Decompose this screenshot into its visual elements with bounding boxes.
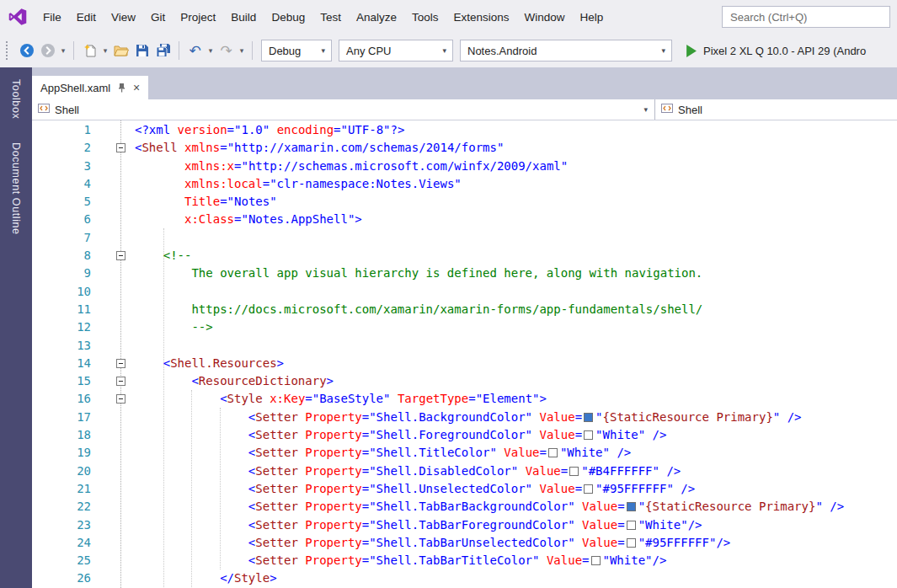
code-line[interactable]: 7 (32, 229, 897, 247)
menu-item-analyze[interactable]: Analyze (349, 8, 404, 27)
code-text[interactable] (135, 337, 897, 355)
code-text[interactable]: <Shell xmlns="http://xamarin.com/schemas… (135, 139, 897, 157)
code-text[interactable]: xmlns:x="http://schemas.microsoft.com/wi… (135, 158, 897, 175)
code-line[interactable]: 9 The overall app visual hierarchy is de… (32, 265, 897, 282)
toolbar-grip[interactable] (6, 41, 9, 60)
code-text[interactable]: <Style x:Key="BaseStyle" TargetType="Ele… (135, 390, 897, 408)
save-all-button[interactable] (152, 40, 174, 61)
navigate-forward-button[interactable] (37, 40, 58, 61)
redo-dropdown-arrow[interactable]: ▾ (237, 46, 247, 55)
code-line[interactable]: 23 <Setter Property="Shell.TabBarForegro… (32, 516, 897, 534)
code-line[interactable]: 10 (32, 283, 897, 301)
undo-button[interactable]: ↶ (184, 40, 206, 61)
code-line[interactable]: 8 <!-- (32, 247, 897, 265)
redo-button[interactable]: ↷ (216, 40, 237, 61)
fold-collapse-icon[interactable] (116, 394, 125, 404)
code-text[interactable]: <Setter Property="Shell.DisabledColor" V… (135, 462, 897, 480)
element-dropdown-right[interactable]: Shell (655, 99, 897, 120)
close-icon[interactable]: × (133, 82, 140, 94)
solution-platform-dropdown[interactable]: Any CPU ▾ (339, 40, 453, 61)
code-line[interactable]: 21 <Setter Property="Shell.UnselectedCol… (32, 480, 897, 498)
fold-collapse-icon[interactable] (116, 143, 125, 152)
code-text[interactable]: <Setter Property="Shell.TabBarUnselected… (135, 534, 897, 552)
code-line[interactable]: 11 https://docs.microsoft.com/xamarin/xa… (32, 301, 897, 318)
code-line[interactable]: 20 <Setter Property="Shell.DisabledColor… (32, 462, 897, 480)
code-text[interactable]: <ResourceDictionary> (135, 372, 897, 390)
menu-item-test[interactable]: Test (312, 8, 349, 27)
code-line[interactable]: 5 Title="Notes" (32, 193, 897, 211)
code-text[interactable]: <!-- (135, 247, 897, 265)
side-tab-document-outline[interactable]: Document Outline (10, 139, 22, 238)
save-button[interactable] (131, 40, 152, 61)
code-text[interactable]: <Setter Property="Shell.ForegroundColor"… (135, 426, 897, 444)
code-text[interactable]: <Setter Property="Shell.BackgroundColor"… (135, 409, 897, 426)
fold-collapse-icon[interactable] (116, 377, 125, 386)
code-text[interactable]: x:Class="Notes.AppShell"> (135, 211, 897, 228)
redo-icon: ↷ (220, 44, 232, 58)
pin-icon[interactable] (117, 83, 126, 93)
undo-dropdown-arrow[interactable]: ▾ (206, 46, 216, 55)
new-file-button[interactable] (79, 40, 100, 61)
menu-item-edit[interactable]: Edit (69, 8, 104, 27)
code-text[interactable]: <Setter Property="Shell.TitleColor" Valu… (135, 444, 897, 462)
solution-configuration-dropdown[interactable]: Debug ▾ (261, 40, 332, 61)
menu-item-window[interactable]: Window (517, 8, 573, 27)
code-text[interactable]: <Setter Property="Shell.TabBarBackground… (135, 498, 897, 516)
code-text[interactable]: <Shell.Resources> (135, 355, 897, 372)
document-tab-appshell-xaml[interactable]: AppShell.xaml × (32, 76, 148, 99)
new-file-dropdown-arrow[interactable]: ▾ (100, 46, 110, 55)
menu-item-view[interactable]: View (104, 8, 143, 27)
navigate-back-button[interactable] (16, 40, 37, 61)
code-text[interactable]: --> (135, 318, 897, 336)
code-text[interactable]: <Setter Property="Shell.UnselectedColor"… (135, 480, 897, 498)
code-text[interactable]: Title="Notes" (135, 193, 897, 211)
code-line[interactable]: 15 <ResourceDictionary> (32, 372, 897, 390)
menu-item-file[interactable]: File (35, 8, 69, 27)
search-input[interactable] (722, 6, 890, 28)
menu-item-extensions[interactable]: Extensions (446, 8, 517, 27)
code-text[interactable]: <?xml version="1.0" encoding="UTF-8"?> (135, 121, 897, 139)
save-icon (136, 44, 149, 57)
code-line[interactable]: 3 xmlns:x="http://schemas.microsoft.com/… (32, 158, 897, 175)
code-line[interactable]: 13 (32, 337, 897, 355)
code-line[interactable]: 16 <Style x:Key="BaseStyle" TargetType="… (32, 390, 897, 408)
menu-item-project[interactable]: Project (173, 8, 223, 27)
code-line[interactable]: 2<Shell xmlns="http://xamarin.com/schema… (32, 139, 897, 157)
code-line[interactable]: 24 <Setter Property="Shell.TabBarUnselec… (32, 534, 897, 552)
open-file-button[interactable] (110, 40, 131, 61)
code-line[interactable]: 22 <Setter Property="Shell.TabBarBackgro… (32, 498, 897, 516)
code-line[interactable]: 12 --> (32, 318, 897, 336)
menu-item-help[interactable]: Help (573, 8, 611, 27)
menu-item-git[interactable]: Git (143, 8, 173, 27)
code-line[interactable]: 6 x:Class="Notes.AppShell"> (32, 211, 897, 228)
code-line[interactable]: 25 <Setter Property="Shell.TabBarTitleCo… (32, 552, 897, 569)
code-text[interactable]: </Style> (135, 569, 897, 587)
code-editor[interactable]: 1<?xml version="1.0" encoding="UTF-8"?>2… (32, 120, 897, 588)
fold-collapse-icon[interactable] (116, 251, 125, 260)
menu-item-debug[interactable]: Debug (264, 8, 312, 27)
code-line[interactable]: 26 </Style> (32, 569, 897, 587)
code-text[interactable]: <Setter Property="Shell.TabBarTitleColor… (135, 552, 897, 569)
start-debugging-button[interactable]: Pixel 2 XL Q 10.0 - API 29 (Andro (686, 45, 866, 57)
code-text[interactable] (135, 229, 897, 247)
code-line[interactable]: 4 xmlns:local="clr-namespace:Notes.Views… (32, 175, 897, 193)
code-text[interactable]: https://docs.microsoft.com/xamarin/xamar… (135, 301, 897, 318)
code-line[interactable]: 18 <Setter Property="Shell.ForegroundCol… (32, 426, 897, 444)
code-text[interactable] (135, 283, 897, 301)
element-dropdown-left[interactable]: Shell ▾ (32, 99, 655, 120)
code-line[interactable]: 1<?xml version="1.0" encoding="UTF-8"?> (32, 121, 897, 139)
fold-margin (99, 337, 135, 355)
code-line[interactable]: 19 <Setter Property="Shell.TitleColor" V… (32, 444, 897, 462)
menu-item-build[interactable]: Build (223, 8, 264, 27)
code-text[interactable]: The overall app visual hierarchy is defi… (135, 265, 897, 282)
code-line[interactable]: 17 <Setter Property="Shell.BackgroundCol… (32, 409, 897, 426)
navigation-dropdown-arrow[interactable]: ▾ (58, 46, 68, 55)
side-tab-toolbox[interactable]: Toolbox (10, 76, 22, 122)
forward-arrow-icon (40, 43, 56, 58)
fold-collapse-icon[interactable] (116, 359, 125, 368)
menu-item-tools[interactable]: Tools (404, 8, 446, 27)
code-line[interactable]: 14 <Shell.Resources> (32, 355, 897, 372)
code-text[interactable]: xmlns:local="clr-namespace:Notes.Views" (135, 175, 897, 193)
startup-project-dropdown[interactable]: Notes.Android ▾ (460, 40, 672, 61)
code-text[interactable]: <Setter Property="Shell.TabBarForeground… (135, 516, 897, 534)
